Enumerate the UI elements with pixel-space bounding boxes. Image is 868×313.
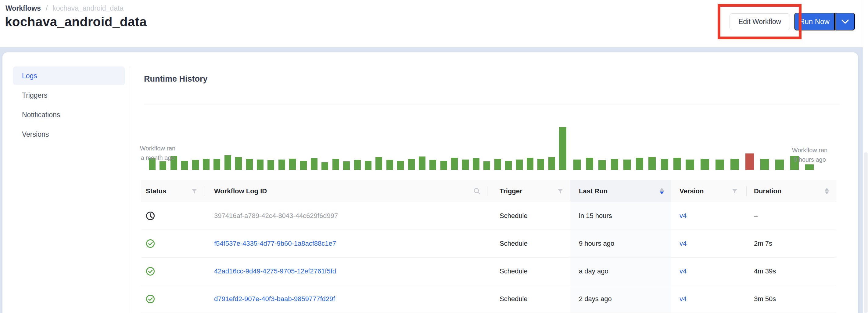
chart-bar-success[interactable] — [311, 158, 317, 170]
workflow-log-link[interactable]: d791efd2-907e-40f3-baab-9859777fd29f — [214, 295, 335, 303]
runtime-history-chart — [144, 105, 840, 170]
chart-bar-success[interactable] — [473, 158, 479, 170]
chart-bar-success[interactable] — [715, 160, 724, 170]
sorter-icon[interactable] — [660, 188, 664, 194]
sort-ascending-caret-icon[interactable] — [825, 188, 829, 190]
chart-bar-success[interactable] — [686, 160, 694, 170]
workflow-log-link[interactable]: 42ad16cc-9d49-4275-9705-12ef2761f5fd — [214, 267, 336, 275]
sidebar-item-triggers[interactable]: Triggers — [13, 86, 125, 105]
edit-workflow-button[interactable]: Edit Workflow — [730, 13, 790, 30]
column-header-version[interactable]: Version — [671, 180, 747, 202]
chart-bar-success[interactable] — [419, 156, 426, 170]
chart-bar-success[interactable] — [451, 158, 458, 170]
chart-bar-success[interactable] — [623, 160, 631, 170]
run-now-button[interactable]: Run Now — [794, 13, 835, 30]
cell-last_run: 2 days ago — [570, 285, 671, 313]
breadcrumb-workflows[interactable]: Workflows — [5, 4, 41, 12]
version-link[interactable]: v4 — [680, 267, 686, 275]
top-bar: Workflows / kochava_android_data kochava… — [0, 0, 868, 47]
chart-bar-success[interactable] — [214, 159, 220, 170]
chart-bar-success[interactable] — [636, 158, 643, 170]
version-link[interactable]: v4 — [680, 212, 686, 220]
chart-bar-success[interactable] — [333, 159, 339, 170]
cell-status — [141, 230, 205, 257]
sidebar-item-logs[interactable]: Logs — [13, 66, 125, 85]
sidebar-item-versions[interactable]: Versions — [13, 125, 125, 144]
chart-bar-success[interactable] — [598, 160, 606, 170]
chart-bar-success[interactable] — [192, 160, 199, 170]
chart-bar-success[interactable] — [548, 157, 555, 170]
chart-bar-success[interactable] — [527, 158, 533, 170]
cell-version: v4 — [671, 202, 747, 230]
filter-icon[interactable] — [732, 188, 738, 195]
sidebar-item-notifications[interactable]: Notifications — [13, 105, 125, 124]
workflow-log-id: 397416af-a789-42c4-8043-44c629f6d997 — [214, 212, 338, 220]
chart-bar-success[interactable] — [365, 161, 371, 170]
chart-bar-success[interactable] — [268, 160, 274, 170]
chart-bar-success[interactable] — [300, 161, 307, 170]
chart-bar-success[interactable] — [159, 161, 166, 170]
chart-bar-success[interactable] — [429, 160, 436, 170]
cell-last_run: a day ago — [570, 257, 671, 285]
column-header-last_run[interactable]: Last Run — [570, 180, 671, 202]
sort-descending-caret-icon[interactable] — [825, 192, 829, 194]
cell-status — [141, 285, 205, 313]
chart-bar-error[interactable] — [745, 153, 754, 170]
chart-bar-success[interactable] — [278, 160, 285, 170]
chart-bar-success[interactable] — [648, 157, 656, 170]
run-options-dropdown-button[interactable] — [835, 13, 855, 30]
chart-bar-success[interactable] — [408, 159, 415, 170]
cell-status — [141, 202, 205, 230]
filter-icon[interactable] — [191, 188, 198, 195]
chart-bar-success[interactable] — [321, 162, 328, 170]
chart-bar-success[interactable] — [586, 158, 593, 170]
chart-bar-success[interactable] — [516, 160, 523, 170]
chart-bar-success[interactable] — [701, 159, 709, 170]
cell-duration: 3m 50s — [747, 285, 836, 313]
sort-descending-caret-icon[interactable] — [660, 192, 664, 194]
column-header-duration[interactable]: Duration — [747, 180, 836, 202]
filter-icon[interactable] — [557, 188, 564, 195]
table-row: f54f537e-4335-4d77-9b60-1a8acf88c1e7Sche… — [141, 230, 836, 257]
column-header-status[interactable]: Status — [141, 180, 205, 202]
chart-bar-success[interactable] — [203, 159, 210, 170]
version-link[interactable]: v4 — [680, 240, 686, 247]
chart-bar-success[interactable] — [611, 159, 618, 170]
chart-bar-success[interactable] — [397, 161, 404, 170]
chart-bar-success[interactable] — [674, 158, 681, 170]
chart-bar-success[interactable] — [246, 159, 253, 170]
workflow-log-link[interactable]: f54f537e-4335-4d77-9b60-1a8acf88c1e7 — [214, 240, 336, 247]
chart-bar-success[interactable] — [537, 159, 544, 170]
chart-bar-success[interactable] — [505, 161, 512, 170]
chart-bar-success[interactable] — [257, 160, 264, 170]
chart-bar-success[interactable] — [760, 159, 769, 170]
chart-bar-success[interactable] — [235, 157, 242, 170]
chart-bar-success[interactable] — [440, 161, 447, 170]
chart-bar-success[interactable] — [574, 160, 581, 170]
chart-bar-success[interactable] — [559, 127, 566, 170]
sidebar-divider — [130, 66, 130, 313]
chart-bar-success[interactable] — [386, 160, 393, 170]
chart-bar-success[interactable] — [484, 161, 490, 170]
column-header-log_id[interactable]: Workflow Log ID — [205, 180, 487, 202]
chart-bar-success[interactable] — [731, 159, 739, 170]
chart-annotation-end: Workflow ran9 hours ago — [784, 145, 836, 165]
success-check-icon — [146, 239, 155, 248]
chart-bar-success[interactable] — [661, 159, 668, 170]
sorter-icon[interactable] — [825, 188, 829, 194]
chart-bar-success[interactable] — [343, 161, 350, 170]
column-header-trigger[interactable]: Trigger — [487, 180, 570, 202]
search-icon[interactable] — [473, 187, 480, 195]
version-link[interactable]: v4 — [680, 295, 686, 303]
chart-bar-success[interactable] — [289, 159, 296, 170]
chart-bar-success[interactable] — [462, 160, 469, 170]
page-scrollbar-track[interactable] — [863, 0, 868, 313]
chart-bar-success[interactable] — [775, 160, 784, 170]
page-scrollbar-thumb[interactable] — [864, 152, 868, 313]
chart-bar-success[interactable] — [805, 165, 814, 170]
chart-bar-success[interactable] — [224, 155, 231, 170]
chart-bar-success[interactable] — [375, 157, 382, 170]
sort-ascending-caret-icon[interactable] — [660, 188, 664, 190]
chart-bar-success[interactable] — [354, 160, 361, 170]
chart-bar-success[interactable] — [494, 159, 501, 170]
